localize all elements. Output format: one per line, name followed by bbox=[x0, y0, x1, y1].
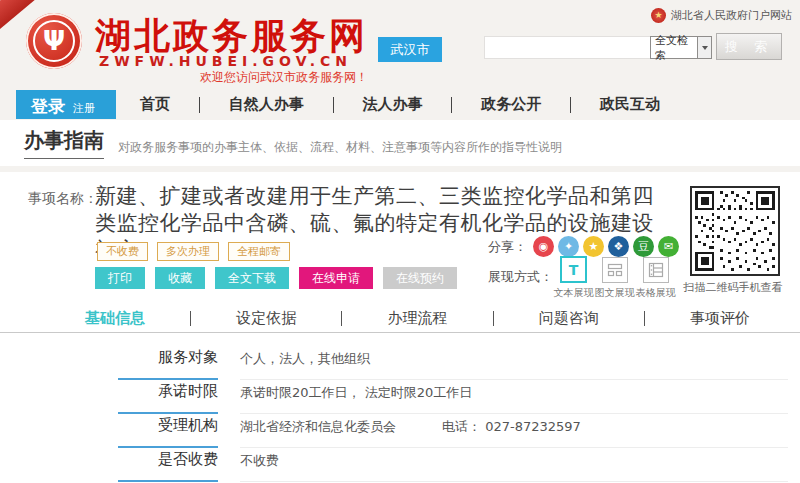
search-filter-dropdown[interactable]: 全文检索 bbox=[650, 36, 712, 59]
graphic-display-icon bbox=[602, 257, 628, 283]
city-selector-button[interactable]: 武汉市 bbox=[378, 37, 442, 62]
nav-separator bbox=[333, 97, 334, 113]
tab-basic-info[interactable]: 基础信息 bbox=[85, 309, 145, 328]
detail-row-time-limit: 承诺时限 承诺时限20工作日， 法定时限20工作日 bbox=[118, 380, 788, 414]
page: ★ 湖北省人民政府门户网站 Ψ 湖北政务服务网 ZWFW.HUBEI.GOV.C… bbox=[0, 0, 800, 483]
share-label: 分享： bbox=[488, 238, 527, 256]
display-modes: 展现方式： T 文本展现 图文展现 bbox=[488, 256, 676, 300]
main-nav: 首页 自然人办事 法人办事 政务公开 政民互动 bbox=[140, 90, 660, 119]
nav-item-individual[interactable]: 自然人办事 bbox=[229, 95, 304, 114]
tab-separator bbox=[644, 311, 645, 326]
douban-share-icon[interactable]: 豆 bbox=[633, 236, 654, 257]
agency-name: 湖北省经济和信息化委员会 bbox=[240, 418, 396, 447]
nav-item-legal-person[interactable]: 法人办事 bbox=[363, 95, 423, 114]
tab-legal-basis[interactable]: 设定依据 bbox=[236, 309, 296, 328]
tab-separator bbox=[493, 311, 494, 326]
mode-graphic-display[interactable]: 图文展现 bbox=[594, 257, 635, 300]
main-panel: 事项名称： 新建、扩建或者改建用于生产第二、三类监控化学品和第四类监控化学品中含… bbox=[0, 172, 800, 483]
display-modes-label: 展现方式： bbox=[488, 268, 553, 286]
wechat-share-icon[interactable]: ✉ bbox=[658, 236, 679, 257]
welcome-text: 欢迎您访问武汉市政务服务网！ bbox=[200, 69, 368, 86]
detail-table: 服务对象 个人，法人，其他组织 承诺时限 承诺时限20工作日， 法定时限20工作… bbox=[0, 346, 800, 482]
nav-item-gov-disclosure[interactable]: 政务公开 bbox=[481, 95, 541, 114]
detail-row-accepting-agency: 受理机构 湖北省经济和信息化委员会 电话： 027-87232597 bbox=[118, 414, 788, 448]
search-filter-value: 全文检索 bbox=[651, 33, 697, 63]
share-row: 分享： ◉ ✦ ★ ❖ 豆 ✉ bbox=[488, 236, 679, 257]
register-link[interactable]: 注册 bbox=[73, 101, 95, 116]
tab-process[interactable]: 办理流程 bbox=[388, 309, 448, 328]
nav-item-home[interactable]: 首页 bbox=[140, 95, 170, 114]
tencent-weibo-share-icon[interactable]: ✦ bbox=[558, 236, 579, 257]
login-label: 登录 bbox=[31, 95, 65, 118]
qr-caption: 扫描二维码手机查看 bbox=[678, 280, 788, 295]
tag-no-fee: 不收费 bbox=[97, 242, 148, 261]
search-button[interactable]: 搜 索 bbox=[716, 33, 782, 60]
guide-subtitle: 对政务服务事项的办事主体、依据、流程、材料、注意事项等内容所作的指导性说明 bbox=[118, 139, 562, 156]
tab-bar: 基础信息 设定依据 办理流程 问题咨询 事项评价 bbox=[0, 305, 800, 333]
lyre-emblem-icon: Ψ bbox=[33, 20, 75, 62]
qr-code bbox=[690, 186, 780, 276]
sina-weibo-share-icon[interactable]: ◉ bbox=[533, 236, 554, 257]
action-buttons: 打印 收藏 全文下载 在线申请 在线预约 bbox=[95, 267, 457, 289]
dropdown-arrow-icon bbox=[697, 37, 711, 58]
search-input[interactable] bbox=[484, 36, 654, 59]
nav-separator bbox=[199, 97, 200, 113]
nav-item-interaction[interactable]: 政民互动 bbox=[600, 95, 660, 114]
site-logo[interactable]: Ψ bbox=[26, 13, 82, 69]
online-apply-button[interactable]: 在线申请 bbox=[299, 267, 373, 289]
download-button[interactable]: 全文下载 bbox=[215, 267, 289, 289]
mode-text-display[interactable]: T 文本展现 bbox=[553, 256, 594, 300]
renren-share-icon[interactable]: ❖ bbox=[608, 236, 629, 257]
qzone-share-icon[interactable]: ★ bbox=[583, 236, 604, 257]
item-tags: 不收费 多次办理 全程邮寄 bbox=[97, 242, 290, 261]
site-domain: ZWFW.HUBEI.GOV.CN bbox=[99, 53, 352, 69]
tag-multiple-visits: 多次办理 bbox=[157, 242, 219, 261]
portal-link[interactable]: ★ 湖北省人民政府门户网站 bbox=[651, 8, 792, 23]
tag-full-mail: 全程邮寄 bbox=[228, 242, 290, 261]
nav-separator bbox=[451, 97, 452, 113]
detail-row-service-target: 服务对象 个人，法人，其他组织 bbox=[118, 346, 788, 380]
favorite-button[interactable]: 收藏 bbox=[155, 267, 205, 289]
guide-title: 办事指南 bbox=[24, 127, 104, 159]
tab-separator bbox=[190, 311, 191, 326]
text-display-icon: T bbox=[560, 256, 587, 283]
tab-faq[interactable]: 问题咨询 bbox=[539, 309, 599, 328]
item-name-label: 事项名称： bbox=[28, 190, 98, 208]
nav-separator bbox=[570, 97, 571, 113]
guide-band: 办事指南 对政务服务事项的办事主体、依据、流程、材料、注意事项等内容所作的指导性… bbox=[0, 120, 800, 166]
detail-row-fee: 是否收费 不收费 bbox=[118, 448, 788, 482]
national-emblem-icon: ★ bbox=[651, 8, 666, 23]
portal-label: 湖北省人民政府门户网站 bbox=[671, 8, 792, 23]
login-button[interactable]: 登录 注册 bbox=[16, 90, 116, 119]
online-reserve-button[interactable]: 在线预约 bbox=[383, 267, 457, 289]
print-button[interactable]: 打印 bbox=[95, 267, 145, 289]
table-display-icon bbox=[643, 257, 669, 283]
agency-phone: 电话： 027-87232597 bbox=[442, 418, 581, 447]
tab-separator bbox=[341, 311, 342, 326]
tab-evaluation[interactable]: 事项评价 bbox=[690, 309, 750, 328]
mode-table-display[interactable]: 表格展现 bbox=[635, 257, 676, 300]
